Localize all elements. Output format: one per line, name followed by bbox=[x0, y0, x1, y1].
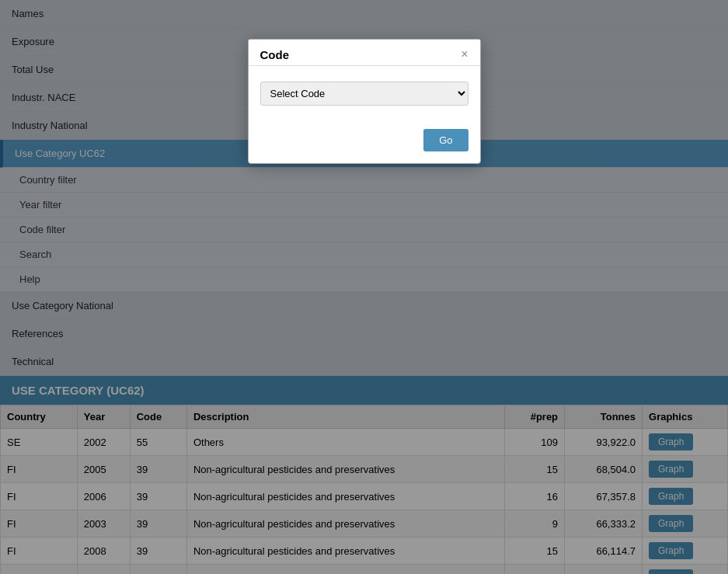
go-button[interactable]: Go bbox=[423, 129, 468, 151]
modal-title: Code bbox=[260, 48, 290, 61]
modal-close-button[interactable]: × bbox=[461, 47, 468, 61]
modal-overlay: Code × Select Code Go bbox=[0, 0, 728, 574]
modal-footer: Go bbox=[249, 121, 480, 163]
modal-body: Select Code bbox=[249, 66, 480, 121]
modal-title-bar: Code × bbox=[249, 40, 480, 66]
select-code-dropdown[interactable]: Select Code bbox=[260, 82, 468, 106]
code-modal: Code × Select Code Go bbox=[248, 39, 481, 164]
